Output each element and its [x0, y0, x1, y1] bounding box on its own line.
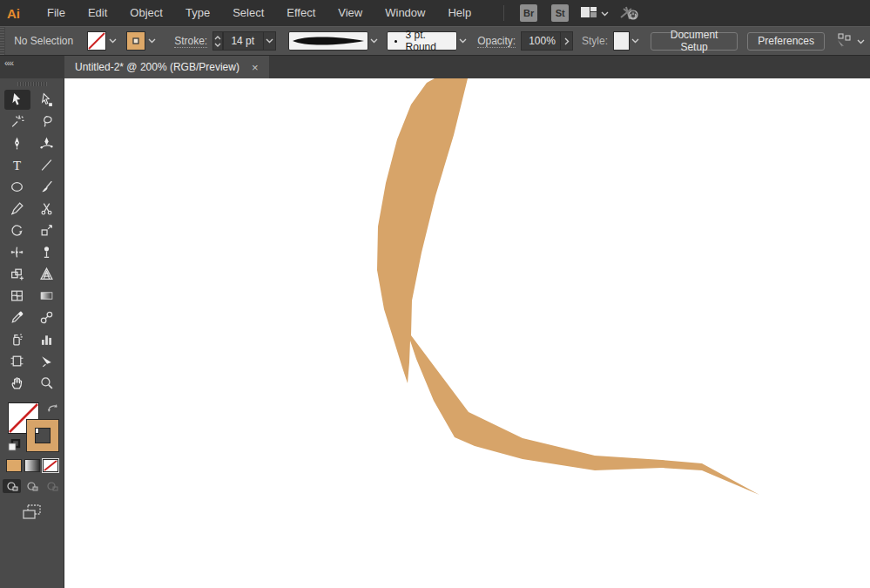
draw-inside-button[interactable] — [43, 479, 61, 493]
stroke-color-control[interactable] — [126, 31, 158, 51]
divider — [503, 5, 504, 21]
menu-item-help[interactable]: Help — [436, 0, 482, 26]
symbol-sprayer-tool[interactable] — [4, 329, 30, 349]
opacity-label[interactable]: Opacity: — [477, 35, 516, 48]
stroke-label[interactable]: Stroke: — [174, 35, 207, 48]
panel-grip[interactable] — [0, 27, 5, 55]
mesh-tool[interactable] — [4, 286, 30, 306]
stroke-proxy-swatch[interactable] — [27, 420, 58, 451]
type-tool[interactable]: T — [4, 155, 30, 175]
stroke-weight-field[interactable]: 14 pt — [223, 31, 264, 51]
brush-name: 3 pt. Round — [406, 29, 450, 53]
hand-tool[interactable] — [4, 373, 30, 393]
document-setup-button[interactable]: Document Setup — [651, 32, 738, 51]
menu-item-edit[interactable]: Edit — [77, 0, 118, 26]
draw-behind-button[interactable] — [23, 479, 41, 493]
preferences-button[interactable]: Preferences — [747, 32, 825, 51]
opacity-field[interactable]: 100% — [521, 31, 561, 51]
menu-item-object[interactable]: Object — [118, 0, 174, 26]
brush-definition-field[interactable]: 3 pt. Round — [387, 31, 457, 51]
default-fill-stroke-icon[interactable] — [8, 439, 22, 451]
selection-status: No Selection — [14, 35, 73, 47]
stock-button[interactable]: St — [551, 4, 569, 22]
stroke-weight-stepper[interactable] — [212, 31, 223, 51]
align-options-button[interactable] — [835, 32, 865, 51]
fill-color-control[interactable] — [87, 31, 119, 51]
bridge-button[interactable]: Br — [520, 4, 537, 22]
magic-wand-tool[interactable] — [4, 112, 30, 132]
scale-tool[interactable] — [34, 220, 60, 240]
fill-stroke-proxy — [4, 401, 60, 455]
chevron-down-icon[interactable] — [145, 31, 158, 51]
main-area: T — [0, 78, 870, 588]
tools-panel: T — [0, 78, 64, 588]
chevron-down-icon[interactable] — [264, 31, 276, 51]
menu-item-effect[interactable]: Effect — [275, 0, 327, 26]
zoom-tool[interactable] — [34, 373, 60, 393]
panel-grip[interactable] — [17, 82, 47, 86]
document-tab[interactable]: Untitled-2* @ 200% (RGB/Preview) × — [64, 56, 269, 78]
control-bar: No Selection Stroke: 14 pt — [0, 26, 870, 56]
menu-item-window[interactable]: Window — [374, 0, 436, 26]
brush-stroke-artwork[interactable] — [64, 78, 870, 588]
rotate-tool[interactable] — [4, 220, 30, 240]
app-logo: Ai — [7, 6, 20, 21]
artboard-tool[interactable] — [4, 351, 30, 371]
panel-dock-header: «« — [0, 56, 64, 78]
width-tool[interactable] — [4, 242, 30, 262]
workspace-switcher-button[interactable] — [581, 6, 609, 21]
menu-items: FileEditObjectTypeSelectEffectViewWindow… — [36, 0, 482, 26]
apply-gradient-button[interactable] — [24, 459, 40, 472]
brush-thumbnail — [395, 40, 396, 43]
apply-color-buttons — [6, 459, 58, 472]
menu-item-type[interactable]: Type — [174, 0, 221, 26]
style-swatch[interactable] — [613, 31, 630, 51]
style-label: Style: — [582, 35, 608, 47]
close-icon[interactable]: × — [252, 62, 259, 73]
chevron-down-icon[interactable] — [368, 31, 380, 51]
apply-color-button[interactable] — [6, 459, 22, 472]
submenu-arrow-icon[interactable] — [561, 31, 573, 51]
swap-fill-stroke-icon[interactable] — [47, 402, 58, 416]
tools-grid: T — [3, 89, 62, 394]
scissors-tool[interactable] — [34, 199, 60, 219]
shaper-tool[interactable] — [4, 199, 30, 219]
selection-tool[interactable] — [4, 90, 30, 110]
menu-item-select[interactable]: Select — [221, 0, 275, 26]
chevron-down-icon[interactable] — [630, 31, 641, 51]
svg-text:T: T — [13, 159, 21, 172]
workspace-switcher-icon — [581, 6, 597, 21]
puppet-warp-tool[interactable] — [34, 242, 60, 262]
shape-builder-tool[interactable] — [4, 264, 30, 284]
drawing-mode-buttons — [3, 479, 61, 493]
paintbrush-tool[interactable] — [34, 177, 60, 197]
artboard-canvas[interactable] — [64, 78, 870, 588]
menu-item-file[interactable]: File — [36, 0, 77, 26]
line-segment-tool[interactable] — [34, 155, 60, 175]
direct-selection-tool[interactable] — [34, 90, 60, 110]
chevron-down-icon — [601, 7, 609, 19]
apply-none-button[interactable] — [43, 459, 58, 472]
menu-item-view[interactable]: View — [327, 0, 374, 26]
curvature-tool[interactable] — [34, 133, 60, 153]
gradient-tool[interactable] — [34, 286, 60, 306]
slice-tool[interactable] — [34, 351, 60, 371]
change-screen-mode-icon[interactable] — [22, 504, 43, 524]
column-graph-tool[interactable] — [34, 329, 60, 349]
stroke-color-swatch[interactable] — [126, 31, 145, 51]
draw-normal-button[interactable] — [3, 479, 21, 493]
perspective-grid-tool[interactable] — [34, 264, 60, 284]
ellipse-tool[interactable] — [4, 177, 30, 197]
gpu-performance-icon[interactable] — [619, 5, 638, 21]
pen-tool[interactable] — [4, 133, 30, 153]
eyedropper-tool[interactable] — [4, 308, 30, 328]
illustrator-window: Ai FileEditObjectTypeSelectEffectViewWin… — [0, 0, 870, 588]
collapse-panels-icon[interactable]: «« — [4, 57, 13, 68]
chevron-down-icon[interactable] — [106, 31, 119, 51]
fill-none-swatch[interactable] — [87, 31, 106, 51]
blend-tool[interactable] — [34, 308, 60, 328]
lasso-tool[interactable] — [34, 112, 60, 132]
chevron-down-icon — [857, 35, 865, 47]
variable-width-profile[interactable] — [288, 31, 368, 51]
chevron-down-icon[interactable] — [457, 31, 469, 51]
